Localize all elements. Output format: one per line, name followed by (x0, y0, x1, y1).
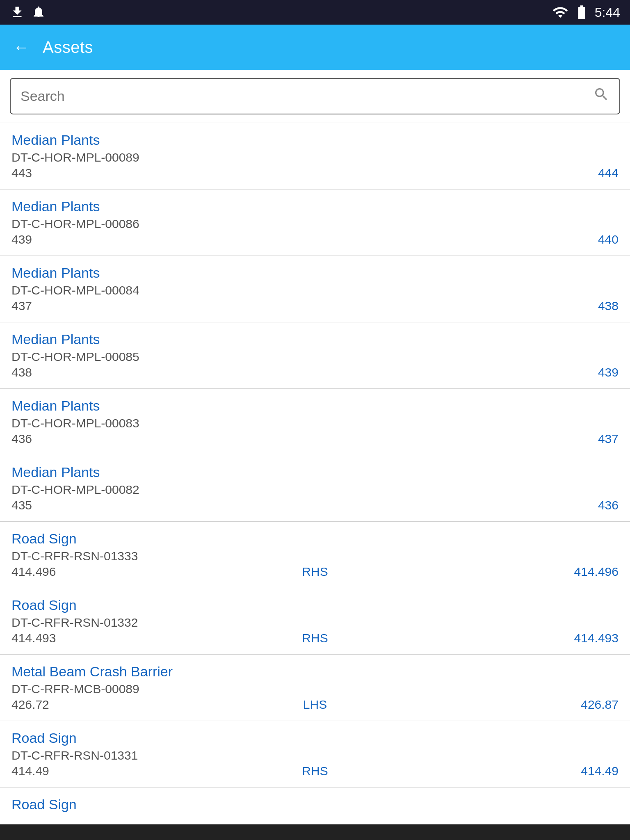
item-code: DT-C-HOR-MPL-00082 (11, 483, 619, 497)
list-item[interactable]: Metal Beam Crash Barrier DT-C-RFR-MCB-00… (0, 655, 630, 721)
item-bottom-row: 414.493 RHS 414.493 (11, 631, 619, 645)
search-wrapper (10, 78, 620, 114)
item-value-right: 438 (598, 299, 619, 313)
nav-home-button[interactable] (299, 829, 331, 840)
item-title: Median Plants (11, 464, 619, 480)
item-title: Metal Beam Crash Barrier (11, 664, 619, 680)
item-value-left: 414.496 (11, 565, 56, 579)
item-bottom-row: 443 444 (11, 166, 619, 180)
item-value-right: 414.493 (574, 631, 619, 645)
list-item[interactable]: Median Plants DT-C-HOR-MPL-00084 437 438 (0, 256, 630, 322)
nav-back-button[interactable] (89, 829, 121, 840)
item-bottom-row: 438 439 (11, 365, 619, 379)
item-title: Median Plants (11, 132, 619, 148)
item-value-right: 439 (598, 365, 619, 379)
back-button[interactable]: ← (13, 39, 30, 55)
item-value-right: 444 (598, 166, 619, 180)
item-value-left: 438 (11, 365, 32, 379)
item-title: Road Sign (11, 730, 619, 746)
top-bar: ← Assets (0, 25, 630, 70)
item-code: DT-C-HOR-MPL-00086 (11, 217, 619, 231)
item-badge: LHS (303, 698, 327, 712)
item-bottom-row: 439 440 (11, 233, 619, 247)
item-bottom-row: 426.72 LHS 426.87 (11, 698, 619, 712)
wifi-icon (552, 4, 568, 21)
item-code: DT-C-HOR-MPL-00084 (11, 283, 619, 297)
nav-bar (0, 824, 630, 840)
item-value-left: 426.72 (11, 698, 49, 712)
item-value-left: 439 (11, 233, 32, 247)
item-title: Road Sign (11, 531, 619, 547)
item-title: Median Plants (11, 199, 619, 215)
item-value-right: 437 (598, 432, 619, 446)
item-value-left: 436 (11, 432, 32, 446)
item-value-left: 437 (11, 299, 32, 313)
download-icon (10, 5, 25, 20)
assets-list: Median Plants DT-C-HOR-MPL-00089 443 444… (0, 123, 630, 824)
item-title: Median Plants (11, 331, 619, 347)
page-title: Assets (43, 38, 93, 57)
list-item[interactable]: Median Plants DT-C-HOR-MPL-00086 439 440 (0, 189, 630, 256)
list-item[interactable]: Road Sign DT-C-RFR-RSN-01331 414.49 RHS … (0, 721, 630, 788)
list-item[interactable]: Road Sign DT-C-RFR-RSN-01333 414.496 RHS… (0, 522, 630, 588)
status-bar-left (10, 5, 46, 20)
status-bar: 5:44 (0, 0, 630, 25)
item-bottom-row: 436 437 (11, 432, 619, 446)
item-title: Road Sign (11, 597, 619, 613)
search-input[interactable] (21, 88, 593, 104)
list-item[interactable]: Median Plants DT-C-HOR-MPL-00089 443 444 (0, 123, 630, 189)
item-bottom-row: 414.49 RHS 414.49 (11, 764, 619, 778)
item-badge: RHS (302, 565, 328, 579)
item-value-left: 414.49 (11, 764, 49, 778)
list-item[interactable]: Median Plants DT-C-HOR-MPL-00085 438 439 (0, 322, 630, 389)
item-value-right: 426.87 (581, 698, 619, 712)
item-code: DT-C-RFR-RSN-01331 (11, 749, 619, 762)
item-value-left: 414.493 (11, 631, 56, 645)
battery-icon (573, 4, 590, 21)
search-container (0, 70, 630, 123)
notification-icon (31, 5, 46, 20)
item-value-right: 440 (598, 233, 619, 247)
item-badge: RHS (302, 631, 328, 645)
item-value-right: 436 (598, 498, 619, 512)
item-value-right: 414.496 (574, 565, 619, 579)
item-value-left: 443 (11, 166, 32, 180)
item-title: Road Sign (11, 797, 619, 813)
item-bottom-row: 414.496 RHS 414.496 (11, 565, 619, 579)
list-item[interactable]: Road Sign (0, 788, 630, 824)
item-title: Median Plants (11, 398, 619, 414)
item-value-right: 414.49 (581, 764, 619, 778)
search-icon (593, 86, 609, 106)
item-code: DT-C-HOR-MPL-00083 (11, 416, 619, 430)
item-code: DT-C-RFR-MCB-00089 (11, 682, 619, 696)
nav-recents-button[interactable] (509, 829, 541, 840)
item-bottom-row: 435 436 (11, 498, 619, 512)
status-time: 5:44 (595, 5, 620, 20)
item-code: DT-C-HOR-MPL-00085 (11, 350, 619, 364)
list-item[interactable]: Median Plants DT-C-HOR-MPL-00083 436 437 (0, 389, 630, 455)
list-item[interactable]: Road Sign DT-C-RFR-RSN-01332 414.493 RHS… (0, 588, 630, 655)
item-title: Median Plants (11, 265, 619, 281)
list-item[interactable]: Median Plants DT-C-HOR-MPL-00082 435 436 (0, 455, 630, 522)
item-code: DT-C-RFR-RSN-01332 (11, 616, 619, 630)
item-code: DT-C-RFR-RSN-01333 (11, 549, 619, 563)
item-bottom-row: 437 438 (11, 299, 619, 313)
item-code: DT-C-HOR-MPL-00089 (11, 151, 619, 164)
item-badge: RHS (302, 764, 328, 778)
status-bar-right: 5:44 (552, 4, 620, 21)
item-value-left: 435 (11, 498, 32, 512)
